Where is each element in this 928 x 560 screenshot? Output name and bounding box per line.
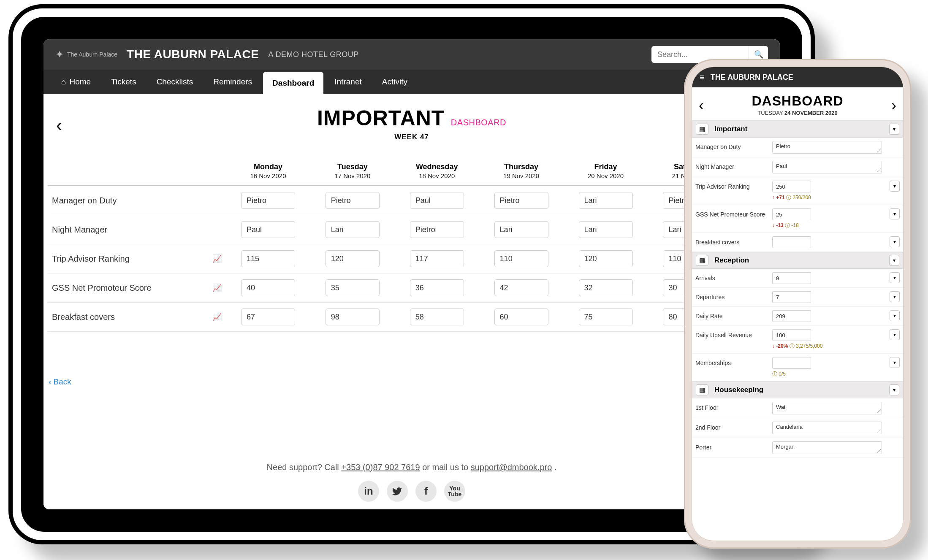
nav-activity[interactable]: Activity [373, 70, 417, 94]
grid-cell-input[interactable] [410, 279, 464, 296]
grid-cell-input[interactable] [494, 250, 548, 267]
prev-day-button[interactable]: ‹ [699, 97, 704, 114]
grid-toggle-icon[interactable]: ▦ [696, 384, 708, 395]
grid-cell-input[interactable] [410, 250, 464, 267]
youtube-icon[interactable]: YouTube [444, 481, 465, 502]
field-textarea[interactable]: Pietro [772, 141, 882, 154]
field-row: Trip Advisor Ranking▾↑ +71 ⓘ 250/200 [692, 177, 903, 205]
field-input[interactable] [772, 291, 811, 303]
nav-home[interactable]: ⌂ Home [52, 70, 100, 94]
page-heading: ‹ IMPORTANT DASHBOARD WEEK 47 [43, 106, 780, 141]
grid-cell-input[interactable] [326, 279, 380, 296]
field-row: PorterMorgan [692, 438, 903, 458]
field-row: Memberships▾ⓘ 0/5 [692, 354, 903, 381]
grid-cell-input[interactable] [410, 308, 464, 325]
grid-cell-input[interactable] [241, 250, 295, 267]
field-textarea[interactable]: Morgan [772, 441, 882, 454]
field-input[interactable] [772, 272, 811, 284]
page-title: IMPORTANT [317, 106, 445, 130]
back-link[interactable]: ‹ Back [49, 377, 71, 387]
field-input[interactable] [772, 310, 811, 322]
field-label: Porter [695, 441, 772, 451]
table-row: Breakfast covers📈 [48, 303, 776, 332]
grid-cell-input[interactable] [326, 250, 380, 267]
field-textarea[interactable]: Paul [772, 161, 882, 173]
grid-toggle-icon[interactable]: ▦ [696, 124, 708, 135]
section-title: Housekeeping [714, 386, 889, 394]
grid-toggle-icon[interactable]: ▦ [696, 255, 708, 266]
field-delta: ↑ +71 ⓘ 250/200 [772, 194, 900, 201]
mobile-title-row: ‹ › DASHBOARD TUESDAY 24 NOVEMBER 2020 [692, 87, 903, 121]
grid-cell-input[interactable] [241, 221, 295, 238]
section-menu-icon[interactable]: ▾ [889, 255, 899, 266]
prev-week-button[interactable]: ‹ [56, 115, 62, 135]
nav-checklists[interactable]: Checklists [147, 70, 203, 94]
field-input[interactable] [772, 357, 811, 369]
next-day-button[interactable]: › [891, 97, 896, 114]
export-week-link[interactable]: 🗎 Export w [43, 341, 780, 350]
hotel-name: THE AUBURN PALACE [127, 48, 259, 61]
col-head: Monday16 Nov 2020 [226, 157, 310, 186]
field-row: GSS Net Promoteur Score▾↓ -13 ⓘ -18 [692, 205, 903, 233]
grid-cell-input[interactable] [410, 221, 464, 238]
grid-cell-input[interactable] [241, 279, 295, 296]
field-input[interactable] [772, 329, 811, 341]
section-menu-icon[interactable]: ▾ [889, 124, 899, 135]
field-label: Arrivals [695, 272, 772, 281]
field-menu-icon[interactable]: ▾ [890, 329, 900, 340]
support-mail-link[interactable]: support@dmbook.pro [471, 463, 552, 472]
field-input[interactable] [772, 236, 811, 248]
grid-cell-input[interactable] [326, 192, 380, 209]
field-row: Departures▾ [692, 288, 903, 307]
section-header-housekeeping: ▦Housekeeping▾ [692, 381, 903, 398]
grid-cell-input[interactable] [579, 279, 633, 296]
field-row: Manager on DutyPietro [692, 138, 903, 157]
grid-cell-input[interactable] [579, 221, 633, 238]
grid-cell-input[interactable] [494, 221, 548, 238]
field-menu-icon[interactable]: ▾ [890, 291, 900, 302]
field-input[interactable] [772, 208, 811, 220]
field-delta: ↓ -20% ⓘ 3,275/5,000 [772, 343, 900, 350]
logo-icon: ✦ [55, 49, 64, 60]
export-month-link[interactable]: 🗎 Export Noven [43, 352, 780, 361]
chart-icon[interactable]: 📈 [208, 303, 226, 332]
nav-reminders[interactable]: Reminders [204, 70, 261, 94]
field-menu-icon[interactable]: ▾ [890, 310, 900, 321]
grid-cell-input[interactable] [579, 308, 633, 325]
field-label: Trip Advisor Ranking [695, 181, 772, 190]
field-textarea[interactable]: Wai [772, 402, 882, 414]
linkedin-icon[interactable]: in [358, 481, 379, 502]
field-menu-icon[interactable]: ▾ [890, 208, 900, 219]
support-phone-link[interactable]: +353 (0)87 902 7619 [341, 463, 420, 472]
chart-icon[interactable]: 📈 [208, 273, 226, 303]
grid-cell-input[interactable] [241, 308, 295, 325]
logo[interactable]: ✦ The Auburn Palace [55, 49, 117, 60]
grid-cell-input[interactable] [241, 192, 295, 209]
field-row: Daily Upsell Revenue▾↓ -20% ⓘ 3,275/5,00… [692, 326, 903, 354]
grid-cell-input[interactable] [494, 308, 548, 325]
section-menu-icon[interactable]: ▾ [889, 384, 899, 395]
grid-cell-input[interactable] [410, 192, 464, 209]
col-head: Thursday19 Nov 2020 [479, 157, 564, 186]
nav-tickets[interactable]: Tickets [102, 70, 145, 94]
hamburger-icon[interactable]: ≡ [700, 73, 705, 82]
field-textarea[interactable]: Candelaria [772, 422, 882, 434]
field-input[interactable] [772, 181, 811, 192]
grid-cell-input[interactable] [326, 308, 380, 325]
twitter-icon[interactable] [387, 481, 408, 502]
grid-cell-input[interactable] [579, 250, 633, 267]
grid-cell-input[interactable] [494, 192, 548, 209]
chart-icon[interactable]: 📈 [208, 244, 226, 273]
field-menu-icon[interactable]: ▾ [890, 357, 900, 368]
grid-cell-input[interactable] [326, 221, 380, 238]
field-menu-icon[interactable]: ▾ [890, 272, 900, 283]
nav-dashboard[interactable]: Dashboard [263, 72, 323, 94]
field-row: 1st FloorWai [692, 398, 903, 418]
grid-cell-input[interactable] [494, 279, 548, 296]
facebook-icon[interactable]: f [415, 481, 437, 502]
field-row: Night ManagerPaul [692, 157, 903, 177]
nav-intranet[interactable]: Intranet [325, 70, 371, 94]
field-menu-icon[interactable]: ▾ [890, 181, 900, 192]
field-menu-icon[interactable]: ▾ [890, 236, 900, 247]
grid-cell-input[interactable] [579, 192, 633, 209]
